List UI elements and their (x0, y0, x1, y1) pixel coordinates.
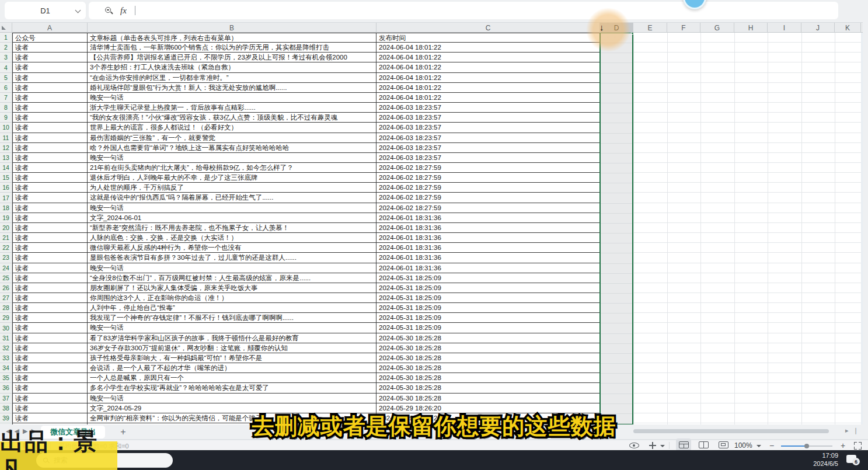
page-layout-view-button[interactable] (716, 438, 731, 451)
row-header-20[interactable]: 20 (0, 223, 12, 233)
cell-title[interactable]: 晚安一句话 (88, 203, 377, 213)
cell-account[interactable]: 读者 (12, 363, 88, 373)
cell-title[interactable]: 文章标题（单击各表头可排序，列表右击有菜单） (88, 33, 377, 43)
cell-publish-time[interactable]: 2024-06-01 18:31:36 (377, 243, 600, 253)
row-header-29[interactable]: 29 (0, 313, 12, 323)
column-header-c[interactable]: C (377, 23, 600, 33)
cell-account[interactable]: 读者 (12, 83, 88, 93)
zoom-level[interactable]: 100% (734, 441, 752, 450)
cell-title[interactable]: 我发现了一个神奇的“存钱定律”！不服不行！钱到底去哪了啊啊啊...... (88, 313, 377, 323)
row-header-39[interactable]: 39 (0, 413, 12, 423)
cell-title[interactable]: 你周围的这3个人，正在影响你的命运（准！） (88, 293, 377, 303)
cell-account[interactable]: 读者 (12, 123, 88, 133)
cell-title[interactable]: 36岁女子存款300万“提前退休”，网友吵翻：这笔账，颠覆你的认知 (88, 343, 377, 353)
cell-account[interactable]: 读者 (12, 213, 88, 223)
cell-title[interactable]: 啥？外国人也需要背“单词”？地铁上这一幕属实有点好笑哈哈哈哈哈 (88, 143, 377, 153)
row-header-30[interactable]: 30 (0, 323, 12, 333)
cell-title[interactable]: 为人处世的顺序，千万别搞反了 (88, 183, 377, 193)
cell-publish-time[interactable]: 2024-05-29 18:26:20 (377, 403, 600, 413)
cell-publish-time[interactable]: 2024-06-04 18:01:22 (377, 83, 600, 93)
cell-account[interactable]: 读者 (12, 103, 88, 113)
cell-account[interactable]: 读者 (12, 183, 88, 193)
cell-publish-time[interactable]: 2024-06-03 18:23:57 (377, 133, 600, 143)
cell-publish-time[interactable]: 2024-06-02 18:27:59 (377, 183, 600, 193)
cell-publish-time[interactable]: 2024-05-31 18:25:09 (377, 283, 600, 293)
spreadsheet-grid[interactable]: 1公众号文章标题（单击各表头可排序，列表右击有菜单）发布时间2读者清华博士卖面包… (0, 33, 863, 424)
cell-account[interactable]: 读者 (12, 383, 88, 393)
cell-account[interactable]: 读者 (12, 223, 88, 233)
cell-account[interactable]: 读者 (12, 243, 88, 253)
split-view-button[interactable] (696, 438, 711, 451)
fullscreen-icon[interactable] (854, 442, 862, 450)
cell-account[interactable]: 读者 (12, 313, 88, 323)
column-header-d[interactable]: D (600, 23, 633, 33)
cell-title[interactable]: 晚安一句话 (88, 323, 377, 333)
cell-title[interactable]: 21年前在街头卖猪肉的“北大屠夫”，给母校捐款9亿，如今怎么样了？ (88, 163, 377, 173)
pan-tool-icon[interactable] (649, 442, 656, 449)
column-header-b[interactable]: B (88, 23, 377, 33)
row-header-7[interactable]: 7 (0, 93, 12, 103)
cell-account[interactable]: 读者 (12, 163, 88, 173)
select-all-corner[interactable] (0, 23, 12, 33)
row-header-11[interactable]: 11 (0, 133, 12, 143)
cell-publish-time[interactable]: 2024-06-02 18:27:59 (377, 203, 600, 213)
row-header-14[interactable]: 14 (0, 163, 12, 173)
column-header-e[interactable]: E (633, 23, 667, 33)
cell-account[interactable]: 读者 (12, 403, 88, 413)
row-header-15[interactable]: 15 (0, 173, 12, 183)
cell-publish-time[interactable]: 2024-06-04 18:01:22 (377, 53, 600, 62)
chevron-down-icon[interactable] (75, 8, 81, 13)
cell-publish-time[interactable]: 2024-05-31 18:25:09 (377, 303, 600, 313)
cell-account[interactable]: 读者 (12, 253, 88, 263)
cell-publish-time[interactable]: 2024-06-03 18:23:57 (377, 103, 600, 113)
cell-account[interactable]: 公众号 (12, 33, 88, 43)
cell-publish-time[interactable]: 2024-06-03 18:23:57 (377, 123, 600, 133)
cell-account[interactable]: 读者 (12, 73, 88, 83)
cell-title[interactable]: 退休后才明白，人到晚年最大的不幸，是少了这三张底牌 (88, 173, 377, 183)
cell-title[interactable]: 最伤害婚姻的“三张脸”，有一个，就要警觉 (88, 133, 377, 143)
column-header-i[interactable]: I (768, 23, 801, 33)
cell-publish-time[interactable]: 2024-06-04 18:01:22 (377, 93, 600, 103)
cell-account[interactable]: 读者 (12, 62, 88, 72)
reading-mode-eye-icon[interactable] (629, 443, 639, 448)
row-header-12[interactable]: 12 (0, 143, 12, 153)
chevron-down-icon[interactable] (660, 445, 665, 447)
cell-publish-time[interactable]: 2024-05-31 18:25:09 (377, 313, 600, 323)
cell-account[interactable]: 读者 (12, 263, 88, 273)
row-header-4[interactable]: 4 (0, 62, 12, 72)
cell-title[interactable]: 全网审判的“相亲资料”：你以为的完美情侣，可能是个骗子 (88, 413, 377, 423)
row-header-1[interactable]: 1 (0, 33, 12, 43)
cell-account[interactable]: 读者 (12, 93, 88, 103)
search-icon[interactable] (105, 7, 112, 14)
row-header-28[interactable]: 28 (0, 303, 12, 313)
tray-clock[interactable]: 17:09 2024/6/5 (804, 452, 838, 468)
cell-title[interactable]: 孩子性格受母亲影响大，有一种妈妈最“可怕”！希望你不是 (88, 353, 377, 363)
row-header-5[interactable]: 5 (0, 73, 12, 83)
formula-bar[interactable]: fx (89, 2, 838, 19)
cell-account[interactable]: 读者 (12, 153, 88, 163)
cell-title[interactable]: 【公共营养师】培训报名通道已开启，不限学历，23岁及以上可报！考过有机会领200… (88, 53, 377, 62)
selection-handle[interactable] (631, 33, 634, 34)
cell-publish-time[interactable]: 2024-06-01 18:31:36 (377, 253, 600, 263)
cell-publish-time[interactable]: 2024-06-01 18:31:36 (377, 223, 600, 233)
cell-publish-time[interactable]: 2024-05-30 18:25:28 (377, 373, 600, 383)
cell-account[interactable]: 读者 (12, 273, 88, 283)
normal-view-button[interactable] (676, 438, 691, 451)
cell-publish-time[interactable]: 2024-06-03 18:23:57 (377, 143, 600, 153)
column-header-f[interactable]: F (667, 23, 700, 33)
cell-account[interactable]: 读者 (12, 233, 88, 243)
cell-publish-time[interactable]: 2024-06-01 18:31:36 (377, 233, 600, 243)
cell-title[interactable]: 会说话，是一个人最了不起的才华（嘴笨的进） (88, 363, 377, 373)
row-header-18[interactable]: 18 (0, 203, 12, 213)
row-header-22[interactable]: 22 (0, 243, 12, 253)
cell-title[interactable]: 微信聊天最惹人反感的4种行为，希望你一个也没有 (88, 243, 377, 253)
horizontal-scrollbar-thumb[interactable] (633, 429, 829, 433)
cell-publish-time[interactable]: 2024-05-30 18:25:28 (377, 343, 600, 353)
cell-title[interactable]: 3个养生妙招：打工人快速洗去班味（紧急自救） (88, 62, 377, 72)
cell-publish-time[interactable]: 2024-06-02 18:27:59 (377, 193, 600, 203)
column-header-g[interactable]: G (700, 23, 734, 33)
cell-title[interactable]: 这就是传说中的“报仇西瓜”吗？隔着屏幕，已经开始生气了...... (88, 193, 377, 203)
row-header-17[interactable]: 17 (0, 193, 12, 203)
row-header-16[interactable]: 16 (0, 183, 12, 193)
cell-account[interactable]: 读者 (12, 373, 88, 383)
